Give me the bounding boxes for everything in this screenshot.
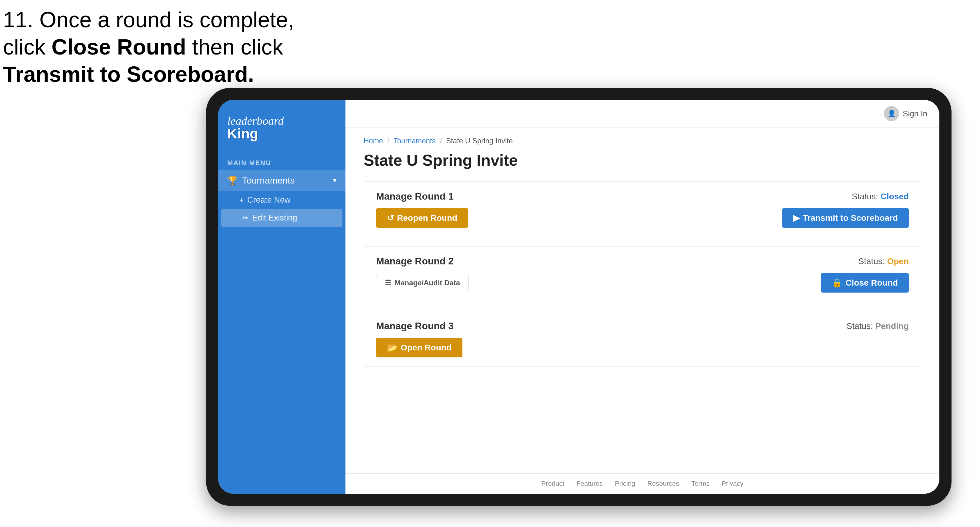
footer: Product Features Pricing Resources Terms… — [345, 473, 939, 494]
round-3-status-value: Pending — [875, 321, 909, 331]
footer-resources[interactable]: Resources — [647, 480, 679, 487]
footer-pricing[interactable]: Pricing — [615, 480, 635, 487]
round-2-status-value: Open — [887, 257, 909, 266]
open-round-label: Open Round — [401, 343, 452, 352]
reopen-round-button[interactable]: ↺ Reopen Round — [376, 208, 468, 228]
main-menu-label: MAIN MENU — [218, 153, 345, 170]
sign-in-area[interactable]: 👤 Sign In — [884, 106, 927, 121]
sign-in-label: Sign In — [903, 109, 927, 118]
instruction-line1: 11. Once a round is complete, — [3, 8, 294, 32]
sidebar-create-new[interactable]: + Create New — [218, 191, 345, 209]
round-3-header: Manage Round 3 Status: Pending — [376, 321, 909, 332]
instruction-bold1: Close Round — [51, 35, 186, 59]
transmit-to-scoreboard-button[interactable]: ▶ Transmit to Scoreboard — [782, 208, 909, 228]
breadcrumb-tournaments[interactable]: Tournaments — [394, 137, 436, 145]
edit-existing-label: Edit Existing — [252, 213, 297, 222]
round-1-header: Manage Round 1 Status: Closed — [376, 191, 909, 202]
round-1-status-value: Closed — [881, 192, 909, 201]
user-avatar: 👤 — [884, 106, 899, 121]
breadcrumb: Home / Tournaments / State U Spring Invi… — [364, 137, 921, 145]
round-2-status-label-text: Status: — [858, 257, 885, 266]
sidebar-tournaments-label: Tournaments — [242, 175, 333, 186]
round-1-title: Manage Round 1 — [376, 191, 453, 202]
sidebar-item-tournaments[interactable]: 🏆 Tournaments ▾ — [218, 170, 345, 191]
transmit-to-scoreboard-label: Transmit to Scoreboard — [803, 213, 898, 223]
breadcrumb-current: State U Spring Invite — [446, 137, 513, 145]
open-round-button[interactable]: 📂 Open Round — [376, 338, 463, 357]
round-3-actions: 📂 Open Round — [376, 338, 909, 357]
round-1-actions: ↺ Reopen Round ▶ Transmit to Scoreboard — [376, 208, 909, 228]
close-round-button[interactable]: 🔒 Close Round — [821, 273, 909, 292]
transmit-icon: ▶ — [793, 213, 800, 223]
round-2-title: Manage Round 2 — [376, 256, 453, 267]
round-2-header: Manage Round 2 Status: Open — [376, 256, 909, 267]
reopen-icon: ↺ — [387, 213, 394, 223]
sidebar: leaderboard King MAIN MENU 🏆 Tournaments… — [218, 100, 345, 494]
manage-audit-label: Manage/Audit Data — [395, 279, 460, 287]
footer-privacy[interactable]: Privacy — [722, 480, 743, 487]
breadcrumb-sep1: / — [387, 137, 390, 145]
chevron-down-icon: ▾ — [333, 176, 336, 184]
top-bar: 👤 Sign In — [345, 100, 939, 127]
page-title: State U Spring Invite — [364, 151, 921, 169]
logo-svg: leaderboard King — [227, 115, 284, 141]
close-round-label: Close Round — [845, 278, 898, 288]
logo-text-leaderboard: leaderboard — [227, 115, 284, 127]
logo-text-king: King — [227, 127, 258, 141]
tablet-screen: leaderboard King MAIN MENU 🏆 Tournaments… — [218, 100, 939, 494]
instruction-line3: then click — [186, 35, 283, 59]
instruction-bold2: Transmit to Scoreboard. — [3, 62, 254, 86]
footer-features[interactable]: Features — [576, 480, 603, 487]
round-1-card: Manage Round 1 Status: Closed ↺ Reopen R… — [364, 181, 921, 237]
footer-product[interactable]: Product — [541, 480, 564, 487]
app-layout: leaderboard King MAIN MENU 🏆 Tournaments… — [218, 100, 939, 494]
round-2-status: Status: Open — [858, 257, 909, 266]
content-area: Home / Tournaments / State U Spring Invi… — [345, 127, 939, 473]
tablet-device: leaderboard King MAIN MENU 🏆 Tournaments… — [206, 88, 951, 506]
breadcrumb-home[interactable]: Home — [364, 137, 383, 145]
manage-icon: ☰ — [385, 279, 391, 287]
edit-icon: ✏ — [242, 214, 248, 222]
round-1-status-label-text: Status: — [852, 192, 878, 201]
manage-audit-data-button[interactable]: ☰ Manage/Audit Data — [376, 275, 469, 291]
round-1-status: Status: Closed — [852, 192, 909, 202]
round-3-card: Manage Round 3 Status: Pending 📂 Open Ro… — [364, 311, 921, 367]
logo-container: leaderboard King — [227, 115, 336, 141]
main-content: 👤 Sign In Home / Tournaments / State U S… — [345, 100, 939, 494]
instruction-block: 11. Once a round is complete, click Clos… — [3, 6, 321, 88]
sidebar-edit-existing[interactable]: ✏ Edit Existing — [221, 209, 342, 227]
close-round-icon: 🔒 — [832, 278, 842, 288]
reopen-round-label: Reopen Round — [397, 213, 457, 223]
open-round-icon: 📂 — [387, 343, 398, 352]
round-2-card: Manage Round 2 Status: Open ☰ Manage/Aud… — [364, 246, 921, 302]
create-new-label: Create New — [247, 195, 291, 205]
round-3-status: Status: Pending — [847, 321, 909, 331]
round-3-status-label-text: Status: — [847, 321, 873, 331]
tournaments-icon: 🏆 — [227, 176, 238, 186]
instruction-line2: click Close Round then click — [3, 35, 283, 59]
round-2-actions: ☰ Manage/Audit Data 🔒 Close Round — [376, 273, 909, 292]
breadcrumb-sep2: / — [440, 137, 442, 145]
round-3-title: Manage Round 3 — [376, 321, 453, 332]
footer-terms[interactable]: Terms — [692, 480, 710, 487]
plus-icon: + — [239, 196, 243, 205]
logo-area: leaderboard King — [218, 106, 345, 153]
